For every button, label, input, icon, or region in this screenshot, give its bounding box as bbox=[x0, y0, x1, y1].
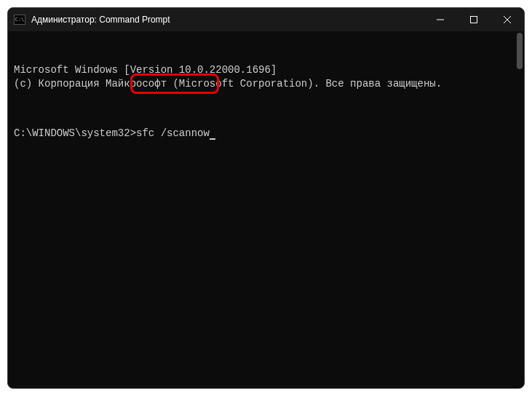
maximize-button[interactable] bbox=[457, 8, 491, 31]
copyright-line: (c) Корпорация Майкрософт (Microsoft Cor… bbox=[14, 77, 518, 91]
titlebar[interactable]: C:\ Администратор: Command Prompt bbox=[8, 8, 524, 31]
terminal-content[interactable]: Microsoft Windows [Version 10.0.22000.16… bbox=[8, 31, 524, 388]
window-controls bbox=[424, 8, 524, 31]
command-line: C:\WINDOWS\system32>sfc /scannow bbox=[14, 127, 518, 140]
window-title: Администратор: Command Prompt bbox=[31, 15, 424, 25]
command-prompt-window: C:\ Администратор: Command Prompt Micros… bbox=[7, 7, 525, 389]
prompt: C:\WINDOWS\system32> bbox=[14, 127, 136, 139]
close-button[interactable] bbox=[491, 8, 524, 31]
command-input[interactable]: sfc /scannow bbox=[136, 127, 210, 139]
svg-rect-1 bbox=[471, 17, 477, 23]
cmd-icon: C:\ bbox=[14, 15, 25, 25]
cursor-icon bbox=[210, 138, 215, 140]
version-line: Microsoft Windows [Version 10.0.22000.16… bbox=[14, 63, 518, 77]
minimize-button[interactable] bbox=[424, 8, 457, 31]
scrollbar[interactable] bbox=[517, 33, 523, 69]
